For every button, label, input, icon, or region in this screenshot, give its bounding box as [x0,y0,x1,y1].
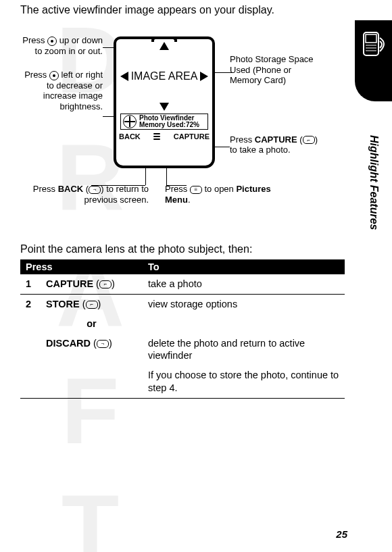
arrow-down-icon [160,103,169,111]
image-area: IMAGE AREA [116,39,212,114]
svg-rect-5 [366,34,376,43]
table-row: 1 CAPTURE (⌐) take a photo [20,274,345,294]
callouts-bottom: Press BACK (¬) to return to previous scr… [20,184,318,218]
svg-marker-2 [120,72,128,81]
lead-text: Point the camera lens at the photo subje… [20,243,345,255]
svg-marker-3 [200,72,208,81]
col-to: To [143,259,345,274]
page-number: 25 [336,528,347,540]
callout-back: Press BACK (¬) to return to previous scr… [20,184,149,205]
table-row: or [20,314,345,334]
arrow-right-icon [200,72,208,81]
side-tab [355,20,392,101]
callouts-right: Photo Storage Space Used (Phone or Memor… [230,54,318,204]
table-row: 2 STORE (⌐) view storage options [20,294,345,313]
nav-icon [47,36,57,46]
side-section-label: Highlight Features [368,135,380,230]
svg-marker-0 [160,42,169,50]
callout-brightness: Press left or right to decrease or incre… [15,70,103,111]
menu-key-icon: ≡ [190,186,202,194]
softkey-icon: ⌐ [86,301,98,309]
phone-icon [360,28,388,62]
softkey-icon: ⌐ [99,280,112,288]
diagram: Press up or down to zoom in or out. Pres… [20,28,345,231]
col-press: Press [20,259,143,274]
dpad-icon [123,115,137,128]
steps-table: Press To 1 CAPTURE (⌐) take a photo 2 ST… [20,259,345,399]
callout-menu: Press ≡ to open Pictures Menu. [165,184,280,205]
arrow-left-icon [120,72,128,81]
phone-screen: IMAGE AREA Photo Viewfinder Memory Used:… [114,36,215,168]
callouts-left: Press up or down to zoom in or out. Pres… [15,35,103,126]
status-line2: Memory Used:72% [139,122,199,128]
callout-zoom: Press up or down to zoom in or out. [15,35,103,56]
table-row: DISCARD (¬) delete the photo and return … [20,334,345,366]
nav-icon [49,71,59,80]
brightness-arrows [120,72,208,81]
callout-capture: Press CAPTURE (⌐) to take a photo. [230,134,318,155]
softkey-bar: BACK CAPTURE [116,132,212,141]
softkey-icon: ¬ [97,340,109,348]
table-row: If you choose to store the photo, contin… [20,366,345,398]
menu-icon[interactable] [153,133,160,140]
intro-text: The active viewfinder image appears on y… [20,4,345,16]
status-box: Photo Viewfinder Memory Used:72% [120,114,208,130]
svg-marker-1 [160,103,169,111]
softkey-icon: ¬ [89,186,101,194]
arrow-up-icon [160,42,169,50]
softkey-back[interactable]: BACK [119,132,141,141]
callout-storage: Photo Storage Space Used (Phone or Memor… [230,54,318,86]
softkey-icon: ⌐ [303,136,315,144]
page: DRAFT The active viewfinder image appear… [0,0,392,552]
softkey-capture[interactable]: CAPTURE [174,132,210,141]
